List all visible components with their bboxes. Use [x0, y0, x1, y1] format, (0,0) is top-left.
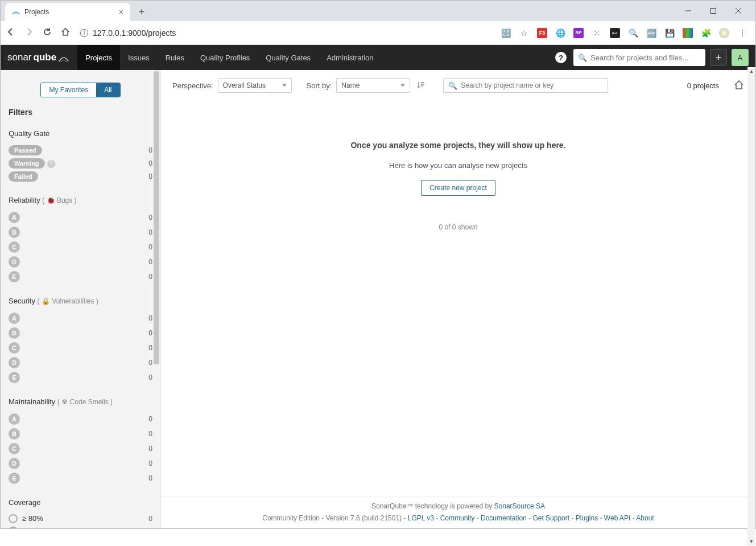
nav-projects[interactable]: Projects	[77, 45, 120, 70]
nav-rules[interactable]: Rules	[158, 45, 192, 70]
create-project-button[interactable]: Create new project	[421, 180, 495, 196]
filter-security-d[interactable]: D0	[9, 355, 152, 370]
nav-home-button[interactable]	[60, 27, 71, 38]
browser-menu-icon[interactable]: ⋮	[737, 28, 747, 38]
footer-link-documentation[interactable]: Documentation	[481, 514, 527, 522]
perspective-label: Perspective:	[172, 81, 213, 90]
address-bar[interactable]: i 127.0.0.1:9000/projects	[80, 28, 176, 38]
project-search[interactable]: 🔍	[443, 78, 608, 93]
rating-badge-b: B	[9, 428, 20, 440]
footer-link-lgpl v3[interactable]: LGPL v3	[408, 514, 434, 522]
ext-icon-search[interactable]: 🔍	[628, 28, 638, 38]
global-search-input[interactable]	[590, 54, 701, 62]
ext-icon-save[interactable]: 💾	[664, 28, 675, 38]
bug-icon: 🐞	[47, 196, 55, 204]
filter-coverage-0[interactable]: ≥ 80% 0	[9, 512, 152, 525]
footer-sonarsource-link[interactable]: SonarSource SA	[494, 502, 545, 510]
window-maximize-button[interactable]	[701, 3, 726, 19]
filter-security-e[interactable]: E0	[9, 370, 152, 385]
warning-help-icon[interactable]: ?	[47, 160, 55, 168]
ext-icon-translate2[interactable]: 🔤	[646, 28, 656, 38]
tab-title: Projects	[24, 8, 49, 16]
rating-badge-e: E	[9, 473, 20, 484]
extensions-puzzle-icon[interactable]: 🧩	[701, 28, 711, 38]
rating-badge-a: A	[9, 212, 20, 223]
ext-icon-mask[interactable]: ⧟	[610, 28, 620, 38]
nav-quality-profiles[interactable]: Quality Profiles	[192, 45, 258, 70]
new-tab-button[interactable]: +	[134, 4, 150, 20]
footer-link-plugins[interactable]: Plugins	[576, 514, 598, 522]
footer-link-community[interactable]: Community	[440, 514, 475, 522]
tab-favicon	[12, 8, 20, 16]
app-footer: SonarQube™ technology is powered by Sona…	[161, 496, 755, 528]
filter-qg-warning[interactable]: Warning? 0	[9, 157, 152, 170]
nav-administration[interactable]: Administration	[319, 45, 381, 70]
search-icon: 🔍	[578, 54, 587, 62]
projects-toolbar: Perspective: Overall Status Sort by: Nam…	[161, 70, 755, 101]
empty-state: Once you analyze some projects, they wil…	[161, 141, 755, 231]
filter-reliability-b[interactable]: B0	[9, 225, 152, 240]
filter-maintainability-c[interactable]: C0	[9, 441, 152, 456]
filter-reliability-c[interactable]: C0	[9, 240, 152, 254]
filter-reliability-d[interactable]: D0	[9, 254, 152, 269]
main-panel: Perspective: Overall Status Sort by: Nam…	[161, 70, 755, 528]
filters-heading: Filters	[9, 108, 152, 117]
radiation-icon: ☢	[61, 398, 68, 406]
filter-maintainability-a[interactable]: A0	[9, 412, 152, 426]
tab-close-icon[interactable]: ×	[119, 7, 123, 17]
sortby-dropdown[interactable]: Name	[336, 78, 410, 93]
ext-icon-rainbow[interactable]	[683, 28, 693, 38]
user-avatar[interactable]: A	[732, 49, 749, 66]
create-button[interactable]: +	[710, 49, 727, 66]
filter-qg-failed[interactable]: Failed 0	[9, 170, 152, 183]
help-icon[interactable]: ?	[555, 52, 567, 63]
nav-quality-gates[interactable]: Quality Gates	[258, 45, 319, 70]
browser-tab[interactable]: Projects ×	[5, 3, 130, 21]
project-search-input[interactable]	[461, 81, 603, 89]
security-heading: Security ( 🔒 Vulnerabilities )	[9, 297, 152, 305]
coverage-ring-icon	[9, 514, 18, 523]
my-favorites-tab[interactable]: My Favorites	[41, 83, 96, 97]
perspective-dropdown[interactable]: Overall Status	[218, 78, 292, 93]
global-search[interactable]: 🔍	[573, 49, 705, 66]
ext-icon-purple[interactable]: RP	[573, 28, 584, 38]
filter-security-a[interactable]: A0	[9, 311, 152, 326]
filter-coverage-1[interactable]: 70% - 80% 0	[9, 525, 152, 529]
nav-forward-button[interactable]	[23, 27, 35, 38]
bookmark-star-icon[interactable]: ☆	[519, 28, 529, 38]
footer-link-web api[interactable]: Web API	[604, 514, 630, 522]
homepage-icon[interactable]	[734, 80, 744, 92]
nav-issues[interactable]: Issues	[120, 45, 158, 70]
profile-avatar-icon[interactable]	[719, 28, 729, 38]
page-scrollbar[interactable]: ▲▼	[747, 67, 755, 529]
footer-link-about[interactable]: About	[636, 514, 654, 522]
translate-icon[interactable]: 🔠	[501, 28, 511, 38]
filter-maintainability-e[interactable]: E0	[9, 471, 152, 486]
filter-reliability-a[interactable]: A0	[9, 210, 152, 225]
rating-badge-e: E	[9, 271, 20, 282]
filter-security-b[interactable]: B0	[9, 326, 152, 340]
rating-badge-d: D	[9, 256, 20, 268]
filter-maintainability-b[interactable]: B0	[9, 426, 152, 441]
sort-direction-icon[interactable]	[415, 81, 427, 91]
ext-icon-dots[interactable]: ⁙	[592, 28, 602, 38]
sidebar-scrollbar[interactable]	[152, 70, 160, 528]
url-text: 127.0.0.1:9000/projects	[93, 28, 176, 38]
rating-badge-d: D	[9, 357, 20, 368]
rating-badge-c: C	[9, 241, 20, 253]
rating-badge-a: A	[9, 313, 20, 324]
footer-link-get support[interactable]: Get Support	[532, 514, 569, 522]
ext-icon-globe[interactable]: 🌐	[555, 28, 565, 38]
filter-security-c[interactable]: C0	[9, 340, 152, 355]
nav-back-button[interactable]	[5, 27, 16, 38]
window-minimize-button[interactable]	[676, 3, 701, 19]
filter-qg-passed[interactable]: Passed 0	[9, 143, 152, 157]
nav-reload-button[interactable]	[42, 27, 53, 38]
app-logo[interactable]: sonarqube	[7, 52, 69, 63]
filter-maintainability-d[interactable]: D0	[9, 456, 152, 471]
filter-reliability-e[interactable]: E0	[9, 269, 152, 284]
window-close-button[interactable]	[726, 3, 751, 19]
ext-icon-red[interactable]: F3	[537, 28, 547, 38]
all-tab[interactable]: All	[96, 83, 119, 97]
site-info-icon[interactable]: i	[80, 29, 88, 37]
